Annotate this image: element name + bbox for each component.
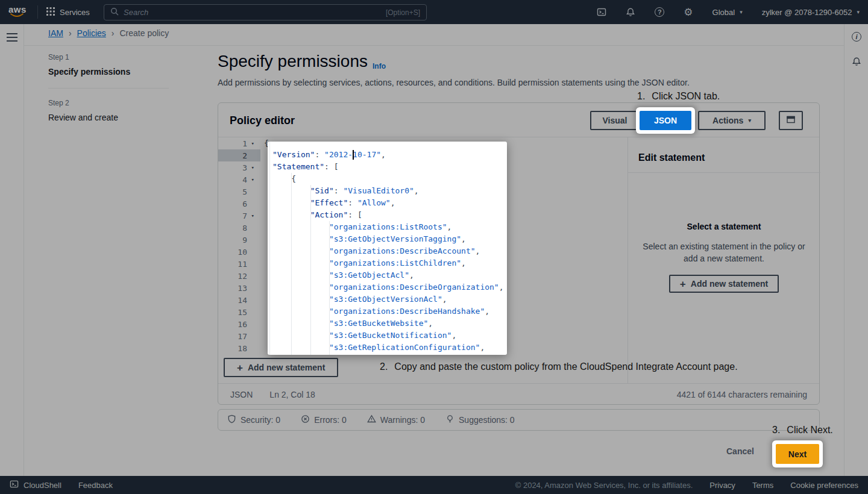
editor-statusbar: JSON Ln 2, Col 18 4421 of 6144 character…	[218, 383, 819, 405]
code-line[interactable]: "s3:GetObjectVersionAcl",	[272, 293, 507, 305]
code-line[interactable]: "s3:GetObjectAcl",	[272, 269, 507, 281]
region-label: Global	[712, 8, 735, 17]
code-line[interactable]: "Statement": [	[272, 161, 507, 173]
code-line[interactable]: "Version": "2012-10-17",	[272, 149, 507, 161]
gutter-line-14: 14	[218, 294, 260, 306]
gutter-line-15: 15	[218, 306, 260, 318]
footer-terms-link[interactable]: Terms	[752, 481, 773, 490]
code-line[interactable]: "organizations:ListRoots",	[272, 221, 507, 233]
account-label: zylker @ 2078-1290-6052	[762, 8, 852, 17]
add-new-statement-button[interactable]: + Add new statement	[224, 358, 338, 377]
fold-caret-icon[interactable]: ▾	[247, 164, 254, 170]
top-nav: aws Services	[0, 0, 868, 24]
footer-feedback-link[interactable]: Feedback	[78, 481, 113, 490]
footer-cookie-preferences-link[interactable]: Cookie preferences	[790, 481, 858, 490]
code-lines: "Version": "2012-10-17","Statement": [ {…	[272, 149, 507, 354]
region-selector[interactable]: Global ▾	[712, 8, 743, 17]
search-icon	[110, 7, 119, 18]
policy-checks-strip: Security: 0 Errors: 0 Warnings: 0	[218, 409, 820, 431]
footer-cloudshell-button[interactable]: CloudShell	[10, 480, 61, 490]
chevron-down-icon: ▾	[748, 117, 751, 124]
breadcrumb-divider	[24, 45, 844, 46]
step2-title[interactable]: Review and create	[48, 113, 169, 122]
chevron-down-icon: ▾	[740, 9, 743, 15]
step2-label: Step 2	[48, 99, 169, 107]
error-circle-icon	[301, 414, 310, 425]
gutter-line-11: 11	[218, 258, 260, 270]
json-tab[interactable]: JSON	[640, 111, 691, 130]
services-grid-icon	[46, 7, 55, 17]
account-menu[interactable]: zylker @ 2078-1290-6052 ▾	[762, 8, 860, 17]
notifications-panel-icon[interactable]	[852, 57, 861, 69]
code-line[interactable]: "s3:GetReplicationConfiguration",	[272, 342, 507, 354]
gutter-line-13: 13	[218, 282, 260, 294]
search-placeholder: Search	[124, 8, 381, 17]
help-icon[interactable]: ?	[655, 7, 664, 17]
gutter-line-3[interactable]: 3▾	[218, 161, 260, 174]
info-link[interactable]: Info	[373, 62, 386, 70]
code-line[interactable]: "organizations:DescribeHandshake",	[272, 305, 507, 317]
lightbulb-icon	[445, 414, 454, 425]
fold-caret-icon[interactable]: ▾	[247, 140, 254, 146]
editor-mode: JSON	[230, 390, 253, 399]
gutter-line-17: 17	[218, 330, 260, 342]
code-line[interactable]: "s3:GetBucketNotification",	[272, 330, 507, 342]
visual-tab[interactable]: Visual	[590, 111, 640, 130]
code-line[interactable]: "organizations:DescribeOrganization",	[272, 281, 507, 293]
policy-editor-title: Policy editor	[230, 114, 295, 127]
step1-title[interactable]: Specify permissions	[48, 67, 169, 77]
chevron-down-icon: ▾	[857, 9, 860, 15]
code-line[interactable]: {	[272, 173, 507, 185]
editor-gutter: 1▾23▾4▾567▾89101112131415161718	[218, 137, 260, 354]
gutter-line-2: 2	[218, 149, 260, 161]
breadcrumb-policies[interactable]: Policies	[77, 28, 106, 38]
add-new-statement-label: Add new statement	[248, 363, 325, 372]
code-line[interactable]: "organizations:ListChildren",	[272, 257, 507, 269]
menu-hamburger-icon[interactable]	[7, 33, 17, 44]
info-panel-icon[interactable]: i	[852, 32, 861, 42]
settings-gear-icon[interactable]: ⚙	[684, 7, 693, 17]
actions-label: Actions	[712, 116, 743, 125]
nav-divider	[37, 5, 38, 19]
panel-add-new-statement-button[interactable]: + Add new statement	[669, 275, 779, 293]
notifications-bell-icon[interactable]	[626, 7, 635, 17]
indent-guide	[269, 142, 270, 355]
edit-statement-panel: Edit statement Select a statement Select…	[627, 137, 820, 383]
code-line[interactable]: "Effect": "Allow",	[272, 197, 507, 209]
cloudshell-icon[interactable]	[597, 7, 606, 17]
page-title: Specify permissions	[218, 52, 368, 71]
gutter-line-1[interactable]: 1▾	[218, 137, 260, 149]
gutter-line-5: 5	[218, 186, 260, 198]
footer-privacy-link[interactable]: Privacy	[709, 481, 735, 490]
edit-statement-title: Edit statement	[638, 152, 705, 163]
gutter-line-4[interactable]: 4▾	[218, 174, 260, 186]
services-label: Services	[60, 8, 90, 17]
breadcrumb-current: Create policy	[119, 28, 169, 38]
search-shortcut-hint: [Option+S]	[386, 8, 420, 17]
aws-smile-icon	[10, 13, 24, 18]
cancel-button[interactable]: Cancel	[726, 446, 754, 456]
breadcrumb: IAM › Policies › Create policy	[48, 28, 169, 38]
code-line[interactable]: "s3:GetBucketWebsite",	[272, 317, 507, 330]
gutter-line-7[interactable]: 7▾	[218, 210, 260, 222]
services-menu-button[interactable]: Services	[46, 7, 90, 17]
code-line[interactable]: "s3:GetObjectVersionTagging",	[272, 233, 507, 245]
aws-logo[interactable]: aws	[8, 4, 29, 20]
maximize-editor-button[interactable]	[779, 111, 803, 130]
fold-caret-icon[interactable]: ▾	[247, 177, 254, 183]
gutter-line-18: 18	[218, 342, 260, 354]
code-line[interactable]: "organizations:DescribeAccount",	[272, 245, 507, 257]
characters-remaining: 4421 of 6144 characters remaining	[677, 390, 807, 399]
next-button[interactable]: Next	[776, 444, 819, 464]
search-input[interactable]: Search [Option+S]	[104, 4, 427, 20]
actions-dropdown-button[interactable]: Actions ▾	[698, 111, 766, 130]
plus-icon: +	[680, 279, 686, 289]
breadcrumb-iam[interactable]: IAM	[48, 28, 63, 38]
empty-state-title: Select a statement	[634, 222, 814, 231]
cloudshell-terminal-icon	[10, 480, 19, 490]
code-line[interactable]: "Action": [	[272, 209, 507, 221]
breadcrumb-separator-icon: ›	[69, 28, 72, 38]
code-line[interactable]: "Sid": "VisualEditor0",	[272, 185, 507, 197]
fold-caret-icon[interactable]: ▾	[247, 213, 254, 219]
window-maximize-icon	[787, 116, 795, 125]
